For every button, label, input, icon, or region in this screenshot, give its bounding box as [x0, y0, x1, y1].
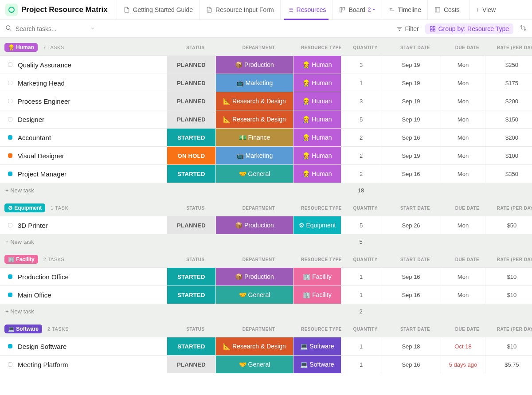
- column-header[interactable]: RESOURCE TYPE: [297, 325, 345, 333]
- department-cell[interactable]: 🤝 General: [215, 286, 293, 304]
- due-date-cell[interactable]: 5 days ago: [441, 356, 485, 373]
- status-cell[interactable]: PLANNED: [167, 56, 215, 74]
- column-header[interactable]: START DATE: [385, 255, 445, 264]
- resource-type-cell[interactable]: ⚙ Equipment: [293, 216, 341, 234]
- column-header[interactable]: DUE DATE: [445, 255, 489, 264]
- department-cell[interactable]: 📦 Production: [215, 56, 293, 74]
- department-cell[interactable]: 🤝 General: [215, 165, 293, 183]
- due-date-cell[interactable]: Mon: [441, 92, 485, 110]
- quantity-cell[interactable]: 2: [341, 129, 381, 146]
- tab-getting-started-guide[interactable]: Getting Started Guide: [117, 0, 199, 20]
- due-date-cell[interactable]: Mon: [441, 216, 485, 234]
- table-row[interactable]: Production OfficeSTARTED📦 Production🏢 Fa…: [0, 267, 532, 285]
- status-cell[interactable]: PLANNED: [167, 92, 215, 110]
- start-date-cell[interactable]: Sep 16: [381, 268, 441, 285]
- table-row[interactable]: Meeting PlatformPLANNED🤝 General💻 Softwa…: [0, 355, 532, 373]
- due-date-cell[interactable]: Mon: [441, 129, 485, 146]
- resource-type-cell[interactable]: 👷 Human: [293, 92, 341, 110]
- column-header[interactable]: STATUS: [171, 204, 220, 212]
- quantity-cell[interactable]: 5: [341, 110, 381, 128]
- column-header[interactable]: QUANTITY: [345, 325, 385, 333]
- rate-cell[interactable]: $200: [485, 92, 532, 110]
- column-header[interactable]: STATUS: [171, 325, 220, 333]
- due-date-cell[interactable]: Mon: [441, 147, 485, 164]
- status-cell[interactable]: STARTED: [167, 337, 215, 355]
- column-header[interactable]: DUE DATE: [445, 43, 489, 52]
- filter-button[interactable]: Filter: [396, 25, 419, 32]
- quantity-cell[interactable]: 1: [341, 356, 381, 373]
- start-date-cell[interactable]: Sep 19: [381, 74, 441, 92]
- status-cell[interactable]: ON HOLD: [167, 147, 215, 164]
- table-row[interactable]: Visual DesignerON HOLD📺 Marketing👷 Human…: [0, 146, 532, 164]
- start-date-cell[interactable]: Sep 26: [381, 216, 441, 234]
- resource-type-cell[interactable]: 🏢 Facility: [293, 268, 341, 285]
- due-date-cell[interactable]: Mon: [441, 268, 485, 285]
- logo[interactable]: [5, 4, 18, 16]
- column-header[interactable]: DEPARTMENT: [220, 43, 297, 52]
- rate-cell[interactable]: $150: [485, 110, 532, 128]
- rate-cell[interactable]: $10: [485, 268, 532, 285]
- table-row[interactable]: Marketing HeadPLANNED📺 Marketing👷 Human1…: [0, 74, 532, 92]
- quantity-cell[interactable]: 5: [341, 216, 381, 234]
- rate-cell[interactable]: $200: [485, 129, 532, 146]
- resource-type-cell[interactable]: 👷 Human: [293, 129, 341, 146]
- column-header[interactable]: QUANTITY: [345, 255, 385, 264]
- new-task-button[interactable]: + New task: [0, 234, 167, 250]
- start-date-cell[interactable]: Sep 16: [381, 129, 441, 146]
- start-date-cell[interactable]: Sep 19: [381, 92, 441, 110]
- quantity-cell[interactable]: 1: [341, 268, 381, 285]
- table-row[interactable]: Project ManagerSTARTED🤝 General👷 Human2S…: [0, 164, 532, 183]
- rate-cell[interactable]: $350: [485, 165, 532, 183]
- rate-cell[interactable]: $10: [485, 337, 532, 355]
- rate-cell[interactable]: $10: [485, 286, 532, 304]
- column-header[interactable]: RESOURCE TYPE: [297, 204, 345, 212]
- column-header[interactable]: DEPARTMENT: [220, 255, 297, 264]
- resource-type-cell[interactable]: 👷 Human: [293, 110, 341, 128]
- start-date-cell[interactable]: Sep 19: [381, 147, 441, 164]
- start-date-cell[interactable]: Sep 16: [381, 165, 441, 183]
- chevron-down-icon[interactable]: [90, 25, 96, 32]
- due-date-cell[interactable]: Mon: [441, 110, 485, 128]
- start-date-cell[interactable]: Sep 19: [381, 56, 441, 74]
- column-header[interactable]: RATE (PER DAY): [489, 43, 532, 52]
- resource-type-cell[interactable]: 🏢 Facility: [293, 286, 341, 304]
- group-pill[interactable]: ⚙ Equipment: [4, 203, 45, 212]
- table-row[interactable]: Process EngineerPLANNED📐 Research & Desi…: [0, 92, 532, 110]
- column-header[interactable]: RATE (PER DAY): [489, 325, 532, 333]
- due-date-cell[interactable]: Mon: [441, 56, 485, 74]
- rate-cell[interactable]: $5.75: [485, 356, 532, 373]
- department-cell[interactable]: 📺 Marketing: [215, 147, 293, 164]
- tab-costs[interactable]: Costs: [427, 0, 466, 20]
- column-header[interactable]: DEPARTMENT: [220, 204, 297, 212]
- column-header[interactable]: STATUS: [171, 255, 220, 264]
- resource-type-cell[interactable]: 👷 Human: [293, 165, 341, 183]
- due-date-cell[interactable]: Mon: [441, 286, 485, 304]
- column-header[interactable]: QUANTITY: [345, 204, 385, 212]
- table-row[interactable]: AccountantSTARTED💵 Finance👷 Human2Sep 16…: [0, 128, 532, 146]
- resource-type-cell[interactable]: 💻 Software: [293, 356, 341, 373]
- quantity-cell[interactable]: 3: [341, 92, 381, 110]
- new-task-button[interactable]: + New task: [0, 183, 167, 198]
- department-cell[interactable]: 📦 Production: [215, 216, 293, 234]
- column-header[interactable]: DEPARTMENT: [220, 325, 297, 333]
- column-header[interactable]: START DATE: [385, 43, 445, 52]
- due-date-cell[interactable]: Oct 18: [441, 337, 485, 355]
- rate-cell[interactable]: $100: [485, 147, 532, 164]
- column-header[interactable]: START DATE: [385, 325, 445, 333]
- department-cell[interactable]: 🤝 General: [215, 356, 293, 373]
- group-pill[interactable]: 👷 Human: [4, 43, 38, 52]
- due-date-cell[interactable]: Mon: [441, 165, 485, 183]
- tab-resource-input-form[interactable]: Resource Input Form: [199, 0, 280, 20]
- rate-cell[interactable]: $175: [485, 74, 532, 92]
- tab-resources[interactable]: Resources: [280, 0, 332, 20]
- new-task-button[interactable]: + New task: [0, 304, 167, 319]
- group-pill[interactable]: 💻 Software: [4, 325, 42, 333]
- department-cell[interactable]: 💵 Finance: [215, 129, 293, 146]
- table-row[interactable]: Main OfficeSTARTED🤝 General🏢 Facility1Se…: [0, 285, 532, 304]
- status-cell[interactable]: STARTED: [167, 129, 215, 146]
- department-cell[interactable]: 📐 Research & Design: [215, 92, 293, 110]
- column-header[interactable]: QUANTITY: [345, 43, 385, 52]
- resource-type-cell[interactable]: 👷 Human: [293, 56, 341, 74]
- resource-type-cell[interactable]: 👷 Human: [293, 147, 341, 164]
- start-date-cell[interactable]: Sep 16: [381, 286, 441, 304]
